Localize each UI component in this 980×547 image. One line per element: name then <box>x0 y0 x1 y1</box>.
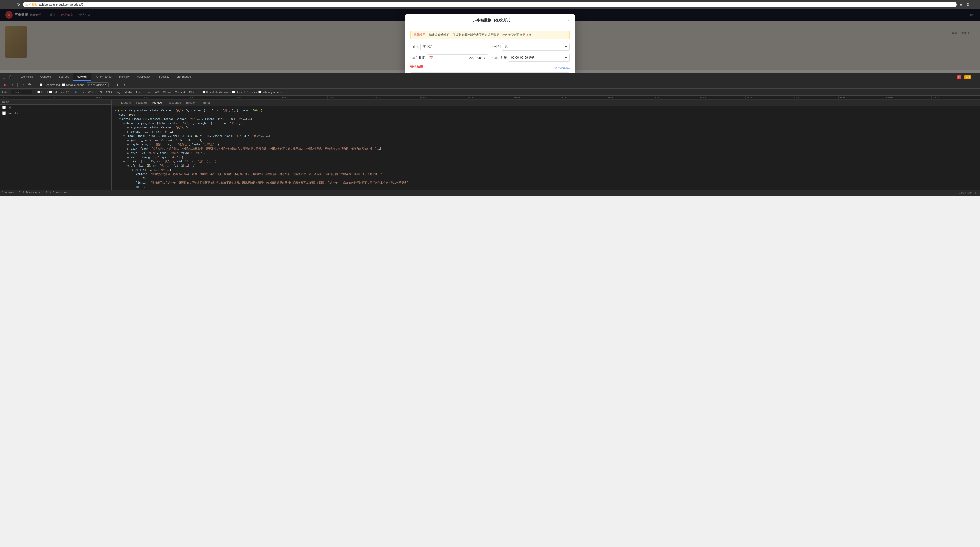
blocked-cookies-checkbox[interactable]: Has blocked cookies <box>203 91 231 94</box>
filter-img-button[interactable]: Img <box>115 90 122 94</box>
devtools-settings-button[interactable]: ⋮ <box>973 75 978 79</box>
back-button[interactable]: ← <box>2 2 8 7</box>
hide-data-urls-checkbox[interactable]: Hide data URLs <box>49 91 72 94</box>
name-input[interactable] <box>420 43 488 51</box>
blocked-cookies-check[interactable] <box>203 91 205 94</box>
preserve-log-label: Preserve log <box>43 83 60 87</box>
userinfo-checkbox[interactable] <box>2 111 6 115</box>
import-button[interactable]: ⬆ <box>115 82 120 87</box>
filter-wasm-button[interactable]: Wasm <box>162 90 172 94</box>
blocked-requests-check[interactable] <box>232 91 235 94</box>
clear-button[interactable]: ⊘ <box>9 82 14 87</box>
json-line-15: content: "此月您运势低迷，办事多有阻碍，难以一气呵成，事业上须以诚为本… <box>115 172 977 176</box>
json-line-5: ▶ zonghe: {id: 3, sx: "虎",…} <box>115 130 977 134</box>
tab-security[interactable]: Security <box>155 73 173 81</box>
filter-manifest-button[interactable]: Manifest <box>173 90 186 94</box>
filter-input[interactable] <box>11 90 32 94</box>
expand-arrow-13[interactable]: ▼ <box>127 164 130 167</box>
filter-toggle-button[interactable]: ▽ <box>21 82 25 87</box>
preserve-log-checkbox[interactable]: Preserve log <box>40 83 60 87</box>
preview-tab-preview[interactable]: Preview <box>149 100 165 106</box>
menu-button[interactable]: ⋮ <box>972 2 978 8</box>
blocked-requests-checkbox[interactable]: Blocked Requests <box>232 91 257 94</box>
birthtime-select[interactable]: 00:00-00:59早子 ∨ <box>509 54 570 62</box>
extension-button[interactable]: ⚙ <box>965 2 971 8</box>
network-item-bzjp[interactable]: bzjp <box>0 105 111 110</box>
third-party-checkbox[interactable]: 3rd-party requests <box>258 91 283 94</box>
device-toggle-button[interactable]: 📱 <box>8 75 13 79</box>
tab-application[interactable]: Application <box>133 73 155 81</box>
export-button[interactable]: ⬇ <box>122 82 126 87</box>
preview-close-button[interactable]: × <box>114 100 116 106</box>
reload-button[interactable]: ↻ <box>16 2 21 7</box>
json-line-14: ▼ 0: {id: 25, sx: "虎",…} <box>115 168 977 172</box>
filter-fetch-xhr-button[interactable]: Fetch/XHR <box>80 90 96 94</box>
birthdate-input[interactable]: 📅 2022-08-17 <box>427 54 488 61</box>
invert-checkbox[interactable]: Invert <box>37 91 48 94</box>
hide-data-urls-check[interactable] <box>49 91 52 94</box>
tick-9: 50 ms <box>420 96 467 99</box>
form-group-birthtime: 出生时辰 00:00-00:59早子 ∨ <box>492 54 570 62</box>
network-list-header: Name <box>0 100 111 105</box>
tab-performance[interactable]: Performance <box>91 73 115 81</box>
expand-arrow-5[interactable]: ▶ <box>127 130 130 133</box>
preserve-log-check[interactable] <box>40 83 43 86</box>
filter-other-button[interactable]: Other <box>188 90 197 94</box>
tab-memory[interactable]: Memory <box>115 73 133 81</box>
inspect-element-button[interactable]: ⬚ <box>2 75 6 79</box>
tab-sources[interactable]: Sources <box>55 73 73 81</box>
expand-arrow-0[interactable]: ▼ <box>115 109 118 112</box>
disable-cache-check[interactable] <box>62 83 65 86</box>
expand-arrow-12[interactable]: ▼ <box>123 160 126 163</box>
expand-arrow-11[interactable]: ▶ <box>127 156 130 159</box>
expand-arrow-8[interactable]: ▶ <box>127 143 130 146</box>
preview-tab-timing[interactable]: Timing <box>198 100 212 106</box>
expand-arrow-14[interactable]: ▼ <box>132 168 135 171</box>
expand-arrow-9[interactable]: ▶ <box>127 147 130 150</box>
tab-network[interactable]: Network <box>73 73 91 81</box>
filter-js-button[interactable]: JS <box>97 90 103 94</box>
expand-arrow-2[interactable]: ▼ <box>119 117 122 120</box>
gender-select[interactable]: 男 ∨ <box>502 43 570 51</box>
filter-ws-button[interactable]: WS <box>153 90 160 94</box>
invert-check[interactable] <box>37 91 40 94</box>
address-bar[interactable]: ⚠ 不安全 apidoc.sanqizhouyi.com/product/0 <box>23 2 957 7</box>
expand-arrow-3[interactable]: ▼ <box>123 122 126 125</box>
json-line-9: ▶ sxgx: {sxgx: "①有朝气，有雄心壮志。<<BR>②敢想敢干，勇于… <box>115 147 977 151</box>
modal-body: 温馨提示： 请求发送成功后，可以浏览器控制台查看更多返回数据，您的免费试用次数 … <box>405 27 575 73</box>
expand-arrow-6[interactable]: ▼ <box>123 135 126 137</box>
preview-tab-headers[interactable]: Headers <box>117 100 134 106</box>
expand-arrow-7[interactable]: ▶ <box>127 139 130 142</box>
search-button[interactable]: 🔍 <box>27 82 33 87</box>
resources-size: 31.3 kB resources <box>46 191 67 195</box>
preview-tab-initiator[interactable]: Initiator <box>183 100 198 106</box>
modal-header: 八字精批接口在线测试 × <box>405 14 575 27</box>
json-line-6: ▼ info: {jmsh: {jin: 2, mu: 2, shui: 3, … <box>115 134 977 138</box>
tab-lighthouse[interactable]: Lighthouse <box>173 73 195 81</box>
bzjp-checkbox[interactable] <box>2 106 6 109</box>
record-button[interactable]: ⏺ <box>2 83 7 87</box>
tab-elements[interactable]: Elements <box>17 73 37 81</box>
filter-doc-button[interactable]: Doc <box>144 90 152 94</box>
filter-media-button[interactable]: Media <box>123 90 133 94</box>
result-count-link[interactable]: 使用次数减1 <box>555 66 570 70</box>
preview-tab-payload[interactable]: Payload <box>134 100 150 106</box>
tab-console[interactable]: Console <box>37 73 55 81</box>
json-line-13: ▼ yf: [{id: 25, sx: "虎",…}, {id: 26,…}, … <box>115 164 977 168</box>
tip-count-link[interactable]: 3 <box>527 33 528 36</box>
forward-button[interactable]: → <box>9 2 14 7</box>
modal-close-button[interactable]: × <box>567 18 570 23</box>
third-party-check[interactable] <box>258 91 261 94</box>
preview-tab-response[interactable]: Response <box>165 100 183 106</box>
expand-arrow-10[interactable]: ▶ <box>127 151 130 154</box>
bookmark-button[interactable]: ★ <box>958 2 964 8</box>
throttling-dropdown[interactable]: No throttling ▾ <box>87 82 109 87</box>
filter-font-button[interactable]: Font <box>135 90 143 94</box>
network-toolbar: ⏺ ⊘ ▽ 🔍 Preserve log Disable cache No th… <box>0 81 980 89</box>
network-item-userinfo[interactable]: userInfo <box>0 110 111 116</box>
filter-all-button[interactable]: All <box>73 90 79 94</box>
disable-cache-checkbox[interactable]: Disable cache <box>62 83 84 87</box>
expand-arrow-4[interactable]: ▶ <box>127 126 130 129</box>
disable-cache-label: Disable cache <box>66 83 84 87</box>
filter-css-button[interactable]: CSS <box>105 90 113 94</box>
